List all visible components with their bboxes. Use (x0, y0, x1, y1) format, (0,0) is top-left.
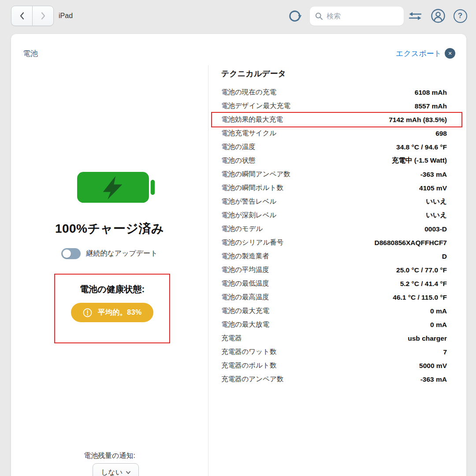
row-value: -363 mA (420, 171, 447, 178)
row-value: 0 mA (430, 321, 447, 329)
table-row: 電池のモデル0003-D (212, 222, 461, 236)
table-row: 電池の最低温度5.2 °C / 41.4 °F (212, 277, 461, 290)
help-icon: ? (454, 9, 467, 23)
row-label: 電池が深刻レベル (221, 211, 276, 220)
back-button[interactable] (11, 6, 32, 26)
row-value: 7142 mAh (83.5%) (389, 116, 447, 124)
search-box (310, 7, 404, 26)
row-label: 電池の最低温度 (221, 279, 269, 288)
table-row: 電池の製造業者D (212, 249, 461, 263)
battery-notify-select[interactable]: しない (93, 463, 139, 476)
warning-icon (82, 308, 93, 318)
row-value: 充電中 (-1.5 Watt) (392, 156, 447, 165)
row-label: 電池充電サイクル (221, 129, 276, 138)
search-icon (315, 12, 323, 20)
help-button[interactable]: ? (453, 8, 468, 23)
row-value: 25.0 °C / 77.0 °F (396, 266, 447, 274)
search-input[interactable] (327, 12, 397, 20)
table-row: 充電器のボルト数5000 mV (212, 359, 461, 372)
export-link[interactable]: エクスポート (396, 48, 442, 59)
chevron-left-icon (19, 12, 25, 20)
row-value: D8680856XAQFFHCF7 (374, 239, 447, 247)
refresh-icon (288, 9, 302, 23)
row-value: 0 mA (430, 307, 447, 315)
notify-select-value: しない (101, 468, 123, 476)
row-value: いいえ (426, 211, 447, 220)
chevron-right-icon (41, 12, 46, 20)
battery-notify-label: 電池残量の通知: (11, 451, 208, 461)
row-value: 0003-D (424, 225, 447, 233)
row-value: 6108 mAh (415, 89, 447, 97)
close-icon: ✕ (448, 51, 452, 56)
row-label: 電池の現在の充電 (221, 88, 276, 97)
table-row: 電池の平均温度25.0 °C / 77.0 °F (212, 263, 461, 277)
row-label: 電池のモデル (221, 224, 263, 234)
health-badge-text: 平均的。83% (98, 308, 142, 317)
account-icon (431, 8, 446, 23)
battery-charging-icon (77, 171, 156, 205)
table-row: 電池のシリアル番号D8680856XAQFFHCF7 (212, 236, 461, 249)
table-row: 電池の最大充電0 mA (212, 304, 461, 318)
row-label: 電池効果的最大充電 (221, 115, 283, 124)
table-row: 電池効果的最大充電7142 mAh (83.5%) (212, 113, 461, 126)
row-label: 充電器のアンペア数 (221, 375, 283, 384)
row-label: 電池の製造業者 (221, 252, 269, 261)
row-value: D (442, 253, 447, 260)
nav-button-group (11, 6, 54, 26)
continuous-update-label: 継続的なアップデート (86, 249, 157, 258)
battery-health-badge: 平均的。83% (71, 303, 153, 322)
row-label: 充電器 (221, 334, 242, 343)
row-label: 電池のシリアル番号 (221, 238, 283, 247)
chevron-down-icon (126, 471, 130, 474)
row-value: usb charger (408, 335, 447, 342)
row-value: 4105 mV (419, 184, 447, 192)
table-row: 電池充電サイクル698 (212, 126, 461, 140)
toolbar: iPad ? (0, 0, 476, 34)
table-row: 電池デザイン最大充電8557 mAh (212, 99, 461, 113)
row-label: 電池の温度 (221, 142, 256, 152)
table-row: 充電器usb charger (212, 331, 461, 345)
continuous-update-row: 継続的なアップデート (11, 248, 208, 259)
table-row: 電池の状態充電中 (-1.5 Watt) (212, 154, 461, 167)
table-row: 電池が深刻レベルいいえ (212, 208, 461, 222)
tech-data-heading: テクニカルデータ (221, 68, 286, 79)
panel-divider (208, 65, 208, 476)
table-row: 電池の瞬間ボルト数4105 mV (212, 181, 461, 195)
continuous-update-toggle[interactable] (61, 248, 81, 259)
row-label: 電池の最高温度 (221, 293, 269, 302)
table-row: 電池が警告レベルいいえ (212, 195, 461, 208)
refresh-button[interactable] (288, 9, 302, 23)
table-row: 電池の最高温度46.1 °C / 115.0 °F (212, 290, 461, 304)
app-window: iPad ? (0, 0, 476, 476)
row-label: 充電器のワット数 (221, 347, 276, 357)
account-button[interactable] (431, 8, 446, 23)
row-value: 8557 mAh (415, 102, 447, 110)
row-value: 7 (443, 348, 447, 356)
tech-table: 電池の現在の充電6108 mAh電池デザイン最大充電8557 mAh電池効果的最… (212, 86, 461, 386)
panel-title: 電池 (23, 48, 38, 59)
row-label: 充電器のボルト数 (221, 361, 276, 370)
row-label: 電池の瞬間ボルト数 (221, 183, 283, 193)
row-label: 電池の最大充電 (221, 306, 269, 316)
row-value: 34.8 °C / 94.6 °F (396, 143, 447, 151)
row-label: 電池の状態 (221, 156, 256, 165)
transfer-button[interactable] (408, 8, 423, 23)
table-row: 電池の現在の充電6108 mAh (212, 86, 461, 99)
row-value: 698 (435, 130, 447, 138)
toggle-knob (63, 249, 71, 258)
row-label: 電池の瞬間アンペア数 (221, 170, 290, 179)
table-row: 電池の最大放電0 mA (212, 318, 461, 331)
table-row: 電池の瞬間アンペア数-363 mA (212, 167, 461, 181)
row-label: 電池デザイン最大充電 (221, 101, 290, 111)
forward-button[interactable] (32, 6, 53, 26)
close-button[interactable]: ✕ (445, 48, 455, 59)
table-row: 充電器のワット数7 (212, 345, 461, 359)
table-row: 充電器のアンペア数-363 mA (212, 372, 461, 386)
charge-status-text: 100%チャージ済み (11, 220, 208, 237)
table-row: 電池の温度34.8 °C / 94.6 °F (212, 140, 461, 154)
row-value: 5000 mV (419, 362, 447, 370)
device-title: iPad (59, 12, 73, 20)
row-label: 電池が警告レベル (221, 197, 276, 206)
row-value: 5.2 °C / 41.4 °F (400, 280, 447, 288)
row-value: 46.1 °C / 115.0 °F (393, 294, 447, 301)
